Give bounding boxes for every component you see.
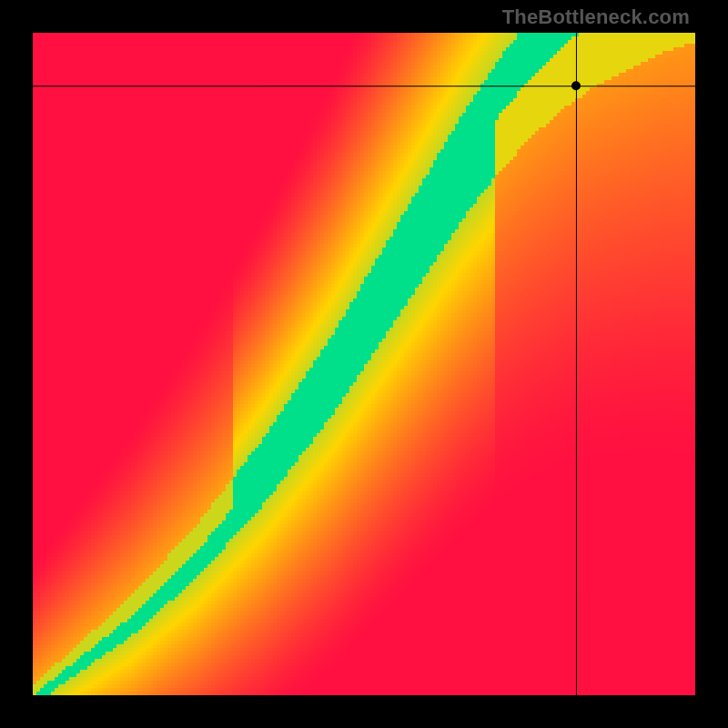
attribution-text: TheBottleneck.com [502, 5, 690, 29]
bottleneck-heatmap [33, 33, 695, 695]
heatmap-canvas [33, 33, 695, 695]
